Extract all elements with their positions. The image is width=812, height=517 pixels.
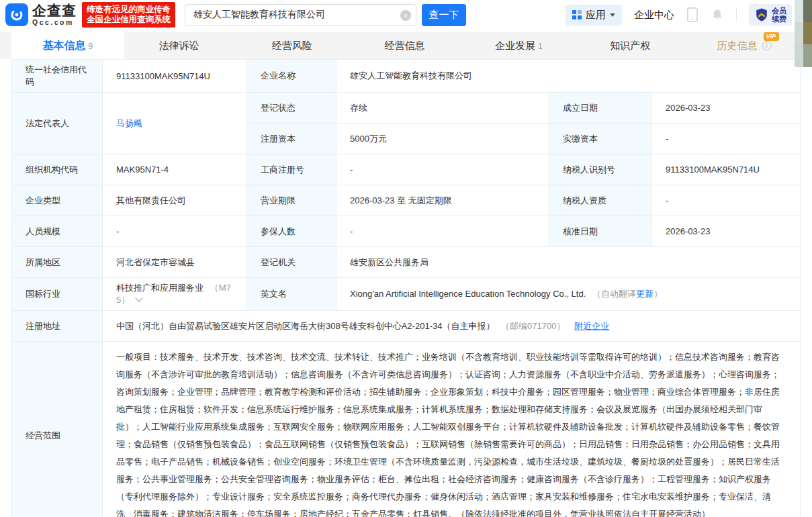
english-name-value: Xiong'an Artificial Intelligence Educati… (350, 289, 586, 299)
field-value: 2026-03-23 (652, 216, 801, 247)
field-label: 组织机构代码 (12, 154, 103, 185)
field-label: 所属地区 (12, 247, 103, 278)
field-value: 中国（河北）自由贸易试验区雄安片区启动区海岳大街308号雄安科创中心A2-201… (103, 311, 801, 342)
field-label: 登记状态 (247, 93, 336, 124)
field-label: 注册地址 (12, 311, 103, 342)
translate-note: （自动翻译 (592, 289, 636, 299)
field-value: 91133100MAK95N714U (652, 154, 801, 185)
basic-info-table: 统一社会信用代码 91133100MAK95N714U 企业名称 雄安人工智能教… (11, 59, 801, 517)
vip-renew-label: 会员 续费 (772, 7, 786, 23)
field-value: 雄安人工智能教育科技有限公司 (336, 60, 801, 93)
info-icon[interactable] (762, 41, 772, 50)
search-input[interactable] (185, 4, 416, 26)
search-button[interactable]: 查一下 (422, 4, 466, 26)
mobile-app-icon[interactable] (686, 7, 698, 22)
field-label: 经营范围 (12, 342, 103, 517)
field-value: 马扬飚 (103, 93, 247, 154)
tab-enterprise-development[interactable]: 企业发展1 (462, 32, 575, 59)
field-value: 科技推广和应用服务业 （M75） (103, 278, 247, 311)
tab-count-badge: 1 (538, 42, 543, 51)
address-postcode: （邮编071700） (501, 321, 565, 331)
table-row: 所属地区 河北省保定市容城县 登记机关 雄安新区公共服务局 (12, 247, 801, 278)
field-label: 核准日期 (549, 216, 652, 247)
table-row: 注册地址 中国（河北）自由贸易试验区雄安片区启动区海岳大街308号雄安科创中心A… (12, 311, 801, 342)
field-label: 人员规模 (12, 216, 103, 247)
table-row: 企业类型 其他有限责任公司 营业期限 2026-03-23 至 无固定期限 纳税… (12, 185, 801, 216)
clear-search-icon[interactable] (400, 10, 411, 21)
field-value: - (336, 154, 549, 185)
field-label: 登记机关 (247, 247, 336, 278)
brand-name: 企查查 (32, 3, 77, 17)
field-label: 统一社会信用代码 (12, 60, 103, 93)
field-value: 2026-03-23 至 无固定期限 (336, 185, 549, 216)
field-label: 纳税人资质 (549, 185, 652, 216)
apps-grid-icon (572, 10, 582, 19)
field-value: - (652, 124, 801, 154)
tab-intellectual-property[interactable]: 知识产权 (575, 32, 688, 59)
tab-count-badge: 9 (89, 42, 93, 51)
field-value: 2026-03-23 (652, 93, 801, 124)
apps-label: 应用 (586, 9, 606, 21)
brand-domain: Qcc.com (32, 19, 77, 26)
field-label: 参保人数 (247, 216, 336, 247)
tab-operation-info[interactable]: 经营信息 (350, 32, 463, 59)
tab-legal-litigation[interactable]: 法律诉讼 (124, 32, 237, 59)
field-value: - (652, 185, 801, 216)
field-value: 雄安新区公共服务局 (336, 247, 801, 278)
header-nav: 应用 企业中心 会员 续费 (566, 4, 792, 26)
field-label: 企业名称 (247, 60, 336, 93)
table-row: 经营范围 一般项目：技术服务、技术开发、技术咨询、技术交流、技术转让、技术推广；… (12, 342, 801, 517)
field-label: 实缴资本 (549, 124, 652, 154)
field-label: 纳税人识别号 (549, 154, 652, 185)
chevron-down-icon (610, 13, 615, 17)
table-row: 统一社会信用代码 91133100MAK95N714U 企业名称 雄安人工智能教… (12, 60, 801, 93)
field-label: 英文名 (247, 278, 336, 311)
tab-history-info[interactable]: VIP 历史信息 (688, 32, 801, 59)
field-label: 成立日期 (549, 93, 652, 124)
field-value: - (103, 216, 247, 247)
field-label: 注册资本 (247, 124, 336, 154)
translate-update-link[interactable]: 更新 (636, 289, 653, 299)
legal-representative-link[interactable]: 马扬飚 (116, 118, 142, 128)
vip-shield-icon (754, 7, 769, 23)
field-label: 营业期限 (247, 185, 336, 216)
slogan-banner: 缔造有远见的商业传奇 全国企业信用查询系统 (82, 2, 175, 28)
table-row: 人员规模 - 参保人数 - 核准日期 2026-03-23 (12, 216, 801, 247)
field-value: 河北省保定市容城县 (103, 247, 247, 278)
table-row: 国标行业 科技推广和应用服务业 （M75） 英文名 Xiong'an Artif… (12, 278, 801, 311)
table-row: 组织机构代码 MAK95N71-4 工商注册号 - 纳税人识别号 9113310… (12, 154, 801, 185)
table-row: 法定代表人 马扬飚 登记状态 存续 成立日期 2026-03-23 (12, 93, 801, 124)
field-value: - (336, 216, 549, 247)
field-value: 其他有限责任公司 (103, 185, 247, 216)
search-box (185, 4, 416, 26)
chevron-down-icon[interactable] (135, 294, 142, 301)
industry-value: 科技推广和应用服务业 (116, 283, 204, 293)
nearby-companies-link[interactable]: 附近企业 (574, 321, 609, 331)
field-value: 91133100MAK95N714U (103, 60, 247, 93)
tab-bar: 基本信息9 法律诉讼 经营风险 经营信息 企业发展1 知识产权 VIP 历史信息 (0, 32, 812, 59)
business-scope-value: 一般项目：技术服务、技术开发、技术咨询、技术交流、技术转让、技术推广；业务培训（… (103, 342, 801, 517)
enterprise-center-link[interactable]: 企业中心 (634, 9, 674, 21)
vip-badge: VIP (764, 32, 780, 41)
brand-text[interactable]: 企查查 Qcc.com (32, 3, 77, 26)
notification-bell-icon[interactable] (711, 8, 724, 21)
field-value: 存续 (336, 93, 549, 124)
apps-menu[interactable]: 应用 (566, 5, 622, 26)
tab-operation-risk[interactable]: 经营风险 (237, 32, 350, 59)
vip-renew-button[interactable]: 会员 续费 (749, 4, 792, 26)
tab-basic-info[interactable]: 基本信息9 (11, 32, 124, 59)
address-value: 中国（河北）自由贸易试验区雄安片区启动区海岳大街308号雄安科创中心A2-201… (116, 321, 494, 331)
qcc-logo-icon[interactable] (5, 3, 28, 26)
field-value: Xiong'an Artificial Intelligence Educati… (336, 278, 801, 311)
field-label: 国标行业 (12, 278, 103, 311)
field-label: 法定代表人 (12, 93, 103, 154)
slogan-line1: 缔造有远见的商业传奇 (87, 5, 171, 15)
top-header: 企查查 Qcc.com 缔造有远见的商业传奇 全国企业信用查询系统 查一下 应用… (0, 0, 812, 32)
field-label: 工商注册号 (247, 154, 336, 185)
field-value: 5000万元 (336, 124, 549, 154)
field-value: MAK95N71-4 (103, 154, 247, 185)
slogan-line2: 全国企业信用查询系统 (87, 15, 171, 25)
divider (736, 9, 737, 21)
field-label: 企业类型 (12, 185, 103, 216)
